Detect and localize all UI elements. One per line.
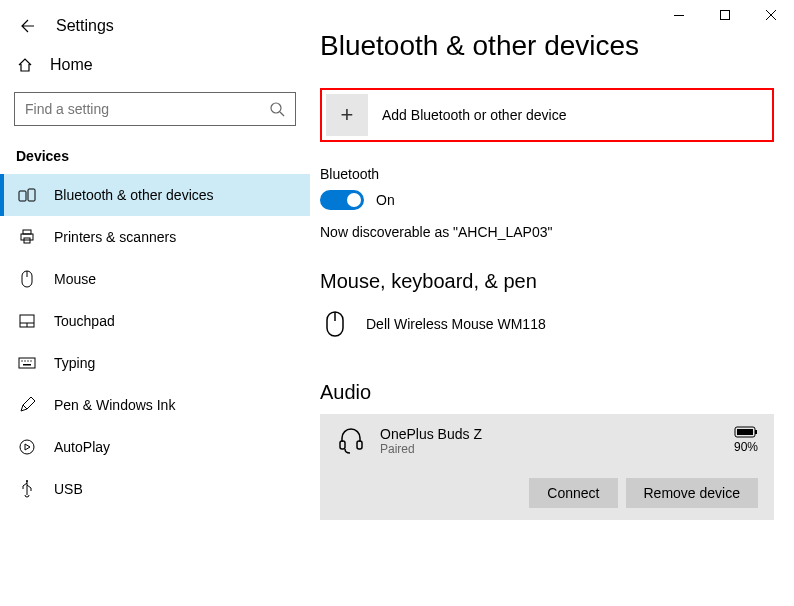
- svg-rect-5: [23, 230, 31, 234]
- home-label: Home: [50, 56, 93, 74]
- page-title: Bluetooth & other devices: [320, 30, 774, 62]
- audio-device-status: Paired: [380, 442, 720, 456]
- sidebar-item-mouse[interactable]: Mouse: [0, 258, 310, 300]
- audio-section-title: Audio: [320, 381, 774, 404]
- touchpad-icon: [18, 312, 36, 330]
- bluetooth-state: On: [376, 192, 395, 208]
- svg-point-19: [20, 440, 34, 454]
- plus-icon: +: [326, 94, 368, 136]
- svg-rect-24: [357, 441, 362, 449]
- sidebar-item-usb[interactable]: USB: [0, 468, 310, 510]
- bluetooth-section: Bluetooth On Now discoverable as "AHCH_L…: [320, 166, 774, 240]
- battery-icon: [734, 426, 758, 438]
- bluetooth-devices-icon: [18, 186, 36, 204]
- bluetooth-label: Bluetooth: [320, 166, 774, 182]
- usb-icon: [18, 480, 36, 498]
- svg-rect-23: [340, 441, 345, 449]
- svg-point-15: [24, 360, 25, 361]
- bluetooth-toggle-row: On: [320, 190, 774, 210]
- keyboard-icon: [18, 354, 36, 372]
- sidebar-item-autoplay[interactable]: AutoPlay: [0, 426, 310, 468]
- search-input[interactable]: [25, 101, 269, 117]
- sidebar-item-printers[interactable]: Printers & scanners: [0, 216, 310, 258]
- close-button[interactable]: [748, 0, 794, 30]
- svg-rect-18: [23, 364, 31, 366]
- sidebar-item-typing[interactable]: Typing: [0, 342, 310, 384]
- add-device-button[interactable]: + Add Bluetooth or other device: [326, 94, 768, 136]
- battery-indicator: 90%: [734, 426, 758, 454]
- remove-device-button[interactable]: Remove device: [626, 478, 759, 508]
- svg-point-20: [26, 480, 28, 482]
- svg-point-16: [27, 360, 28, 361]
- mouse-icon: [320, 309, 350, 339]
- window-controls: [656, 0, 794, 30]
- printer-icon: [18, 228, 36, 246]
- sidebar-item-pen[interactable]: Pen & Windows Ink: [0, 384, 310, 426]
- sidebar-item-label: Typing: [54, 355, 95, 371]
- svg-rect-26: [755, 430, 757, 434]
- svg-rect-4: [28, 189, 35, 201]
- search-icon: [269, 101, 285, 117]
- sidebar: Settings Home Devices Bluetooth & other …: [0, 0, 310, 606]
- section-label: Devices: [0, 140, 310, 174]
- mouse-section-title: Mouse, keyboard, & pen: [320, 270, 774, 293]
- pen-icon: [18, 396, 36, 414]
- svg-rect-0: [674, 15, 684, 16]
- app-title: Settings: [56, 17, 114, 35]
- sidebar-item-bluetooth[interactable]: Bluetooth & other devices: [0, 174, 310, 216]
- sidebar-item-label: Printers & scanners: [54, 229, 176, 245]
- device-name: Dell Wireless Mouse WM118: [366, 316, 546, 332]
- discoverable-text: Now discoverable as "AHCH_LAP03": [320, 224, 774, 240]
- autoplay-icon: [18, 438, 36, 456]
- svg-point-2: [271, 103, 281, 113]
- sidebar-item-label: USB: [54, 481, 83, 497]
- audio-device-card[interactable]: OnePlus Buds Z Paired 90% Connect Remove…: [320, 414, 774, 520]
- sidebar-header: Settings: [0, 8, 310, 44]
- svg-point-14: [21, 360, 22, 361]
- sidebar-item-label: Bluetooth & other devices: [54, 187, 214, 203]
- svg-rect-3: [19, 191, 26, 201]
- device-row[interactable]: Dell Wireless Mouse WM118: [320, 303, 774, 345]
- home-icon: [16, 56, 34, 74]
- mouse-keyboard-section: Mouse, keyboard, & pen Dell Wireless Mou…: [320, 270, 774, 345]
- audio-section: Audio OnePlus Buds Z Paired 90% Conn: [320, 381, 774, 520]
- headset-icon: [336, 426, 366, 456]
- search-box[interactable]: [14, 92, 296, 126]
- sidebar-item-label: Touchpad: [54, 313, 115, 329]
- audio-device-info: OnePlus Buds Z Paired: [380, 426, 720, 456]
- sidebar-item-label: Mouse: [54, 271, 96, 287]
- battery-percent: 90%: [734, 440, 758, 454]
- svg-rect-6: [21, 234, 33, 240]
- bluetooth-toggle[interactable]: [320, 190, 364, 210]
- sidebar-item-label: Pen & Windows Ink: [54, 397, 175, 413]
- add-device-highlight: + Add Bluetooth or other device: [320, 88, 774, 142]
- main-content: Bluetooth & other devices + Add Bluetoot…: [310, 0, 794, 606]
- mouse-icon: [18, 270, 36, 288]
- svg-point-17: [30, 360, 31, 361]
- minimize-button[interactable]: [656, 0, 702, 30]
- sidebar-item-label: AutoPlay: [54, 439, 110, 455]
- svg-rect-13: [19, 358, 35, 368]
- sidebar-item-touchpad[interactable]: Touchpad: [0, 300, 310, 342]
- connect-button[interactable]: Connect: [529, 478, 617, 508]
- back-button[interactable]: [16, 16, 36, 36]
- svg-rect-27: [737, 429, 753, 435]
- home-nav[interactable]: Home: [0, 44, 310, 86]
- audio-device-name: OnePlus Buds Z: [380, 426, 720, 442]
- svg-rect-1: [721, 11, 730, 20]
- add-device-label: Add Bluetooth or other device: [382, 107, 566, 123]
- maximize-button[interactable]: [702, 0, 748, 30]
